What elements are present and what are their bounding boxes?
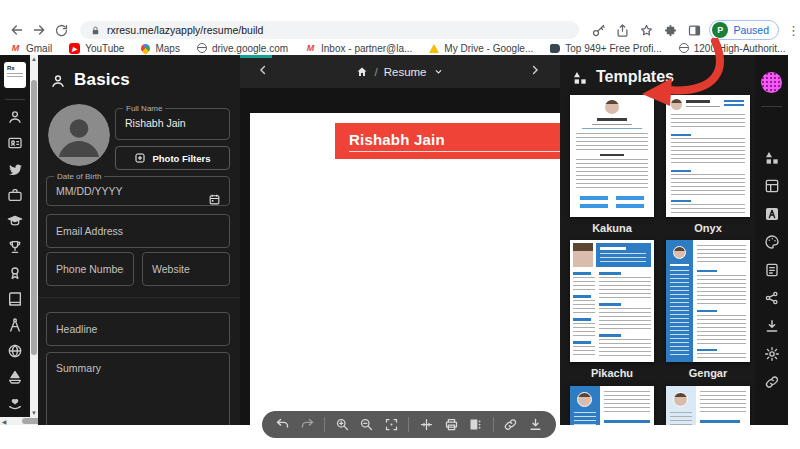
user-avatar[interactable] <box>761 72 782 93</box>
download-icon[interactable] <box>528 417 543 432</box>
reload-button[interactable] <box>50 19 72 41</box>
hobbies-boat-icon[interactable] <box>7 369 23 385</box>
summary-field <box>46 352 230 425</box>
divider <box>408 417 409 432</box>
bookmark-maps[interactable]: Maps <box>141 43 179 54</box>
scroll-up-arrow[interactable]: ▲ <box>30 55 38 63</box>
side-panel-icon[interactable] <box>685 21 703 39</box>
theme-palette-icon[interactable] <box>764 234 780 250</box>
extensions-puzzle-icon[interactable] <box>661 21 679 39</box>
templates-panel: Templates Kakuna <box>560 55 755 425</box>
template-thumbnail-onyx[interactable] <box>666 95 750 217</box>
page-layout-icon[interactable] <box>468 417 483 432</box>
preview-area: / Resume Rishabh Jain <box>240 55 560 425</box>
awards-trophy-icon[interactable] <box>7 239 23 255</box>
next-page-chevron-icon[interactable] <box>528 63 544 79</box>
export-download-icon[interactable] <box>764 318 780 334</box>
photo-filters-button[interactable]: Photo Filters <box>115 146 230 170</box>
bookmark-drive-site[interactable]: drive.google.com <box>197 43 288 54</box>
notes-icon[interactable] <box>764 262 780 278</box>
prev-page-chevron-icon[interactable] <box>256 63 272 79</box>
email-input[interactable] <box>47 225 229 237</box>
vertical-scrollbar-thumb[interactable] <box>31 80 37 355</box>
back-button[interactable] <box>6 19 28 41</box>
template-card-partial <box>666 386 750 425</box>
languages-globe-icon[interactable] <box>7 343 23 359</box>
basics-user-icon[interactable] <box>7 109 23 125</box>
copy-link-icon[interactable] <box>764 374 780 390</box>
undo-icon[interactable] <box>275 417 290 432</box>
certifications-award-icon[interactable] <box>7 265 23 281</box>
password-key-icon[interactable] <box>589 21 607 39</box>
center-artboard-icon[interactable] <box>384 417 399 432</box>
skills-compass-icon[interactable] <box>7 317 23 333</box>
template-card-gengar: Gengar <box>666 240 750 379</box>
social-twitter-icon[interactable] <box>7 161 23 177</box>
scroll-left-arrow[interactable]: ◀ <box>0 418 8 425</box>
phone-field <box>46 252 134 286</box>
references-handheart-icon[interactable] <box>7 395 23 411</box>
thumb-photo <box>673 392 688 407</box>
home-icon[interactable] <box>356 66 368 78</box>
redo-icon[interactable] <box>300 417 315 432</box>
publications-book-icon[interactable] <box>7 291 23 307</box>
copy-link-icon[interactable] <box>503 417 518 432</box>
grid-icon[interactable] <box>419 417 434 432</box>
zoom-in-icon[interactable] <box>335 417 350 432</box>
template-thumbnail-gengar[interactable] <box>666 240 750 362</box>
scroll-down-arrow[interactable]: ▼ <box>30 409 38 417</box>
bookmark-gmail[interactable]: MGmail <box>10 43 52 54</box>
sharing-icon[interactable] <box>764 290 780 306</box>
work-briefcase-icon[interactable] <box>7 187 23 203</box>
bookmark-star-icon[interactable] <box>637 21 655 39</box>
browser-menu-icon[interactable]: ⋮ <box>787 23 800 38</box>
settings-gear-icon[interactable] <box>764 346 780 362</box>
bookmark-high-authority[interactable]: 1200 High-Authorit... <box>679 43 786 54</box>
website-input[interactable] <box>143 263 229 275</box>
breadcrumb-resume[interactable]: Resume <box>384 66 427 78</box>
globe-icon <box>197 43 207 53</box>
zoom-out-icon[interactable] <box>359 417 374 432</box>
forward-button[interactable] <box>28 19 50 41</box>
gmail-icon: M <box>305 43 316 54</box>
bookmark-youtube[interactable]: ▶YouTube <box>69 43 124 54</box>
bookmark-top-free[interactable]: Top 949+ Free Profi... <box>550 43 661 54</box>
chevron-down-icon[interactable] <box>433 66 444 77</box>
address-bar[interactable]: rxresu.me/lazyapply/resume/build <box>80 21 579 39</box>
date-of-birth-input[interactable] <box>47 184 197 202</box>
template-name: Kakuna <box>592 222 632 234</box>
full-name-input[interactable] <box>116 116 229 134</box>
app-logo[interactable]: Rx <box>4 62 26 88</box>
vertical-scrollbar[interactable]: ▲ ▼ <box>30 55 38 417</box>
bookmark-inbox[interactable]: MInbox - partner@la... <box>305 43 412 54</box>
template-thumbnail-kakuna[interactable] <box>570 95 654 217</box>
profile-chip[interactable]: P Paused <box>709 20 779 40</box>
bookmark-my-drive[interactable]: My Drive - Google... <box>429 43 533 54</box>
template-thumbnail-partial[interactable] <box>666 386 750 425</box>
phone-input[interactable] <box>47 263 133 275</box>
divider <box>493 417 494 432</box>
templates-shapes-icon[interactable] <box>764 150 780 166</box>
date-of-birth-label: Date of Birth <box>54 172 104 181</box>
calendar-icon[interactable] <box>208 192 221 205</box>
print-icon[interactable] <box>444 417 459 432</box>
full-name-label: Full Name <box>123 104 165 113</box>
share-icon[interactable] <box>613 21 631 39</box>
education-gradcap-icon[interactable] <box>7 213 23 229</box>
gmail-icon: M <box>10 43 21 54</box>
bookmarks-bar: MGmail ▶YouTube Maps drive.google.com MI… <box>0 41 800 55</box>
template-card-onyx: Onyx <box>666 95 750 234</box>
summary-input[interactable] <box>47 353 229 407</box>
thumb-photo <box>605 100 619 114</box>
progress-accent-bar <box>240 55 272 58</box>
profile-avatar: P <box>712 22 728 38</box>
typography-icon[interactable] <box>764 206 780 222</box>
template-thumbnail-partial[interactable] <box>570 386 654 425</box>
thumb-photo <box>671 99 682 110</box>
profile-photo-avatar[interactable] <box>48 104 110 166</box>
website-field <box>142 252 230 286</box>
layouts-grid-icon[interactable] <box>764 178 780 194</box>
headline-input[interactable] <box>47 323 229 335</box>
profiles-idcard-icon[interactable] <box>7 135 23 151</box>
template-thumbnail-pikachu[interactable] <box>570 240 654 362</box>
